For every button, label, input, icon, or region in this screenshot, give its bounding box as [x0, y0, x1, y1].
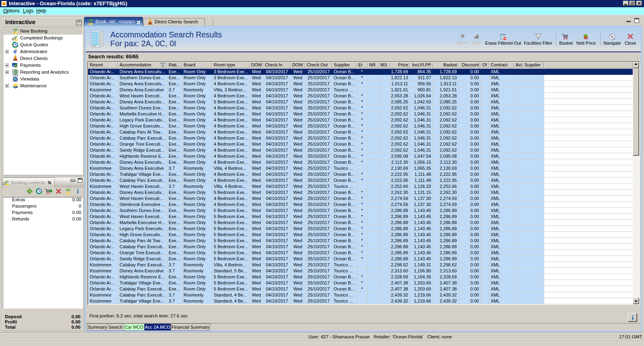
svg-text:$: $: [15, 63, 18, 68]
svg-text:%: %: [584, 35, 588, 40]
